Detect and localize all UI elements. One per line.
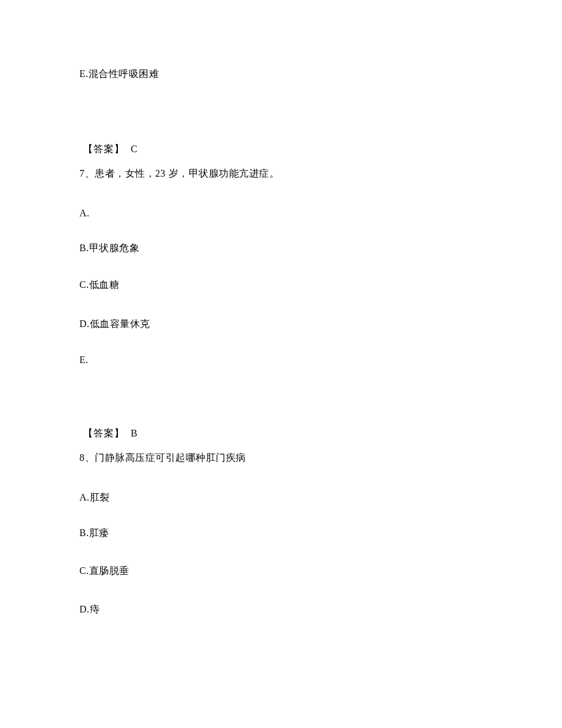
question-7-option-d: D.低血容量休克 (79, 317, 483, 331)
question-8-option-b: B.肛瘘 (79, 526, 483, 540)
question-8-option-d: D.痔 (79, 603, 483, 616)
question-8-option-a: A.肛裂 (79, 491, 483, 504)
page: E.混合性呼吸困难 【答案】 C 7、患者，女性，23 岁，甲状腺功能亢进症。 … (0, 0, 562, 728)
question-7-option-b: B.甲状腺危象 (79, 241, 483, 255)
answer-line-6: 【答案】 C (79, 142, 483, 156)
answer-line-7: 【答案】 B (79, 427, 483, 440)
question-7-stem: 7、患者，女性，23 岁，甲状腺功能亢进症。 (79, 167, 483, 180)
answer-value: B (131, 428, 138, 438)
answer-label: 【答案】 (83, 428, 125, 438)
question-8-option-c: C.直肠脱垂 (79, 564, 483, 578)
question-7-option-e: E. (79, 353, 483, 367)
question-7-option-c: C.低血糖 (79, 278, 483, 292)
prev-question-option-e: E.混合性呼吸困难 (79, 67, 483, 81)
answer-value: C (131, 144, 138, 154)
question-8-stem: 8、门静脉高压症可引起哪种肛门疾病 (79, 451, 483, 465)
question-7-option-a: A. (79, 207, 483, 220)
answer-label: 【答案】 (83, 144, 125, 154)
